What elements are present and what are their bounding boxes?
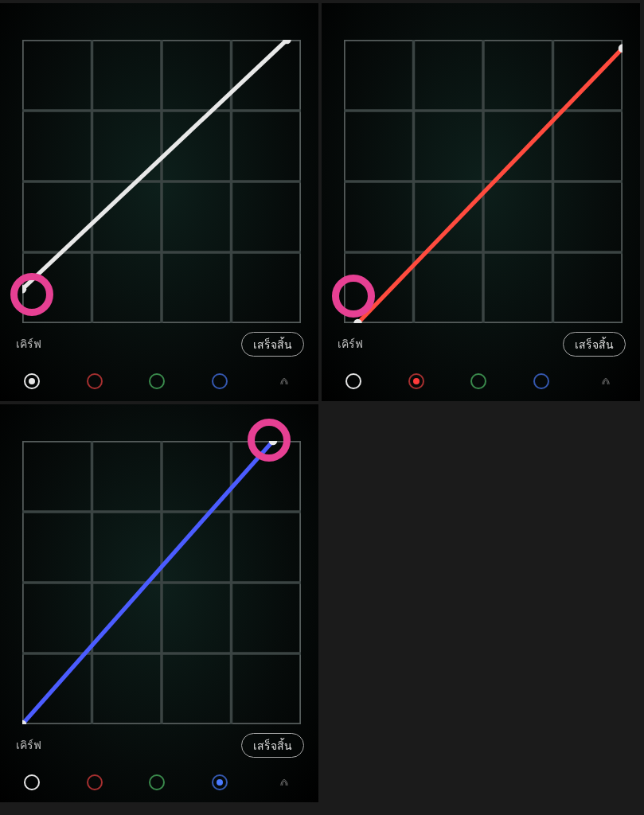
curve-start-handle[interactable] bbox=[353, 319, 362, 323]
channel-green-button[interactable] bbox=[149, 774, 165, 790]
swirl-icon bbox=[279, 774, 290, 790]
curve-title: เคิร์ฟ bbox=[338, 335, 363, 353]
channel-green-button[interactable] bbox=[149, 373, 165, 389]
done-button[interactable]: เสร็จสิ้น bbox=[241, 332, 304, 357]
reset-button[interactable] bbox=[595, 371, 616, 392]
channel-blue-button[interactable] bbox=[212, 774, 228, 790]
channel-red-button[interactable] bbox=[87, 774, 103, 790]
channel-white-button[interactable] bbox=[24, 774, 40, 790]
curve-start-handle[interactable] bbox=[22, 720, 26, 724]
swirl-icon bbox=[600, 373, 611, 389]
curve-end-handle[interactable] bbox=[283, 40, 291, 44]
channel-white-button[interactable] bbox=[345, 373, 361, 389]
channel-white-button[interactable] bbox=[24, 373, 40, 389]
swirl-icon bbox=[279, 373, 290, 389]
curve-endpoints[interactable] bbox=[22, 441, 301, 724]
curve-end-handle[interactable] bbox=[619, 44, 623, 53]
channel-red-button[interactable] bbox=[87, 373, 103, 389]
curve-start-handle[interactable] bbox=[22, 285, 26, 294]
reset-button[interactable] bbox=[274, 371, 295, 392]
curve-panel-red: เคิร์ฟ เสร็จสิ้น bbox=[322, 3, 640, 401]
curve-title: เคิร์ฟ bbox=[16, 335, 41, 353]
done-button[interactable]: เสร็จสิ้น bbox=[563, 332, 626, 357]
channel-blue-button[interactable] bbox=[533, 373, 549, 389]
curve-endpoints[interactable] bbox=[22, 40, 301, 323]
done-button[interactable]: เสร็จสิ้น bbox=[241, 733, 304, 758]
curve-panel-white: เคิร์ฟ เสร็จสิ้น bbox=[0, 3, 318, 401]
curve-endpoints[interactable] bbox=[344, 40, 623, 323]
reset-button[interactable] bbox=[274, 772, 295, 793]
curve-panel-blue: เคิร์ฟ เสร็จสิ้น bbox=[0, 404, 318, 802]
curve-title: เคิร์ฟ bbox=[16, 736, 41, 754]
channel-red-button[interactable] bbox=[408, 373, 424, 389]
channel-green-button[interactable] bbox=[470, 373, 486, 389]
curve-end-handle[interactable] bbox=[269, 441, 278, 445]
channel-blue-button[interactable] bbox=[212, 373, 228, 389]
